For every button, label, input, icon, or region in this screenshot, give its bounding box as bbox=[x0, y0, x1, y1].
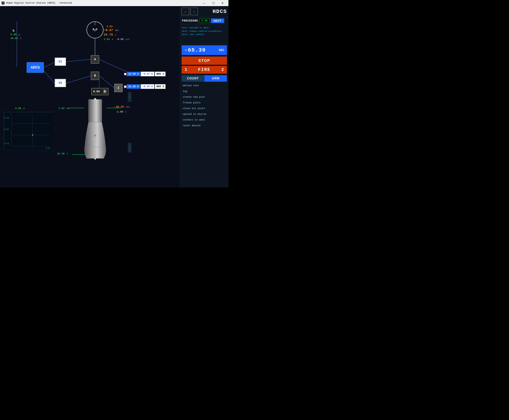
b-label: B bbox=[94, 74, 96, 77]
collapse-sidebar-button-2[interactable]: ‹ bbox=[128, 143, 131, 152]
titlebar: Human Digital Control Station [HDCS] - C… bbox=[0, 0, 228, 6]
main-container: ⇅ 0.00 S 34.00 C N2O 3.63 ↑ -0.37 MPA 24… bbox=[0, 6, 228, 188]
bus1-display: 12.28 V -0.37 A BUS 1 bbox=[124, 72, 166, 76]
i-label: I bbox=[117, 86, 119, 90]
a-component[interactable]: A bbox=[91, 55, 99, 64]
r-value: 0.00 bbox=[93, 90, 100, 93]
svg-line-2 bbox=[44, 71, 55, 83]
svg-point-19 bbox=[94, 98, 96, 100]
sensor-val2: -0.37 MPA bbox=[104, 29, 119, 32]
app-icon bbox=[1, 1, 5, 5]
u1-component[interactable]: U1 bbox=[55, 58, 66, 66]
u1-label: U1 bbox=[59, 60, 62, 63]
menu-create-new-plot[interactable]: create new plot bbox=[180, 94, 228, 100]
close-button[interactable]: ✕ bbox=[218, 0, 227, 6]
svg-text:0.15: 0.15 bbox=[4, 117, 9, 119]
menu-list: define test log create new plot freeze p… bbox=[180, 83, 228, 128]
b-component[interactable]: B bbox=[91, 72, 99, 80]
next-button[interactable]: NEXT bbox=[211, 18, 224, 23]
procedure-row: PROCEDURE 0.00 NEXT bbox=[180, 17, 228, 25]
sidebar: ⚠ ⚠ HDCS PROCEDURE 0.00 NEXT Note: Welco… bbox=[180, 6, 228, 188]
fire-row: 1 FIRE 2 bbox=[182, 66, 227, 74]
n2o-tank[interactable]: N2O bbox=[86, 21, 104, 38]
bottom-n-value: 0.88 N bbox=[15, 107, 25, 110]
notes-area: Note: Welcome to HDCS! Note: Always conf… bbox=[180, 25, 228, 44]
menu-freeze-plots[interactable]: freeze plots bbox=[180, 100, 228, 106]
note-3: Note: Test safely! bbox=[182, 33, 226, 36]
timer-unit: SEC bbox=[219, 49, 224, 52]
bus1-current: -0.37 A bbox=[141, 72, 155, 76]
bus2-label: BUS 2 bbox=[155, 84, 166, 89]
adcs-label: ADCS bbox=[31, 65, 40, 70]
fire-button[interactable]: FIRE bbox=[190, 66, 218, 74]
s-value: 0.00 S bbox=[10, 33, 20, 36]
svg-line-7 bbox=[99, 76, 114, 88]
r-component[interactable]: 0.00 R bbox=[91, 88, 108, 95]
svg-point-21 bbox=[94, 158, 96, 159]
timer-value: -65.39 bbox=[184, 47, 206, 53]
svg-line-4 bbox=[66, 76, 91, 83]
maximize-button[interactable]: ☐ bbox=[209, 0, 218, 6]
canvas-area: ⇅ 0.00 S 34.00 C N2O 3.63 ↑ -0.37 MPA 24… bbox=[0, 6, 180, 188]
bus1-connector-left bbox=[124, 73, 126, 75]
count-arm-row: COUNT ARM bbox=[182, 75, 227, 82]
procedure-label: PROCEDURE bbox=[182, 19, 198, 22]
bus1-voltage: 12.28 V bbox=[127, 72, 140, 76]
collapse-sidebar-button[interactable]: ‹ bbox=[128, 92, 131, 102]
flow-indicator: ⇅ bbox=[12, 28, 15, 33]
u2-component[interactable]: U2 bbox=[55, 79, 66, 87]
svg-text:0.31: 0.31 bbox=[4, 128, 9, 130]
svg-rect-22 bbox=[4, 112, 53, 150]
menu-define-test[interactable]: define test bbox=[180, 83, 228, 89]
hdcs-title: HDCS bbox=[213, 8, 227, 15]
sidebar-header: ⚠ ⚠ HDCS bbox=[180, 6, 228, 17]
bus2-current: -0.18 A bbox=[141, 84, 155, 89]
svg-point-28 bbox=[32, 135, 33, 135]
u2-label: U2 bbox=[59, 81, 62, 85]
svg-text:0.73: 0.73 bbox=[4, 142, 9, 145]
arm-button[interactable]: ARM bbox=[204, 75, 227, 82]
warning-icon-2[interactable]: ⚠ bbox=[190, 8, 198, 15]
svg-line-3 bbox=[66, 60, 91, 62]
warning-icon-1[interactable]: ⚠ bbox=[182, 8, 189, 15]
bottom-kpa-value: -10.10 KPA bbox=[114, 105, 130, 109]
rocket-nozzle bbox=[84, 98, 107, 162]
window-title: Human Digital Control Station [HDCS] - C… bbox=[6, 2, 198, 4]
svg-text:0.57: 0.57 bbox=[46, 147, 51, 150]
menu-log[interactable]: log bbox=[180, 89, 228, 94]
adcs-component[interactable]: ADCS bbox=[27, 62, 44, 73]
bottom-c-value: -1.00 C bbox=[116, 110, 127, 113]
window-controls: — ☐ ✕ bbox=[200, 0, 227, 6]
note-1: Note: Welcome to HDCS! bbox=[182, 26, 226, 30]
stop-button[interactable]: STOP bbox=[182, 57, 227, 65]
bottom-flow-value: 1.02 60 bbox=[59, 107, 69, 110]
menu-connect-to-adcs[interactable]: connect to adcs bbox=[180, 117, 228, 123]
svg-point-20 bbox=[94, 135, 96, 136]
sensor-val4: 2.64 G -0.69 G/S bbox=[104, 38, 129, 41]
r-label: R bbox=[103, 90, 107, 93]
plot-area: 0.15 0.31 0.73 0.57 bbox=[4, 112, 53, 150]
timer-display: -65.39 SEC bbox=[182, 45, 227, 55]
bottom-temp-value: 22.50 C bbox=[57, 152, 68, 155]
minimize-button[interactable]: — bbox=[200, 0, 209, 6]
n2o-label: N2O bbox=[93, 28, 97, 32]
bus2-connector-left bbox=[124, 85, 126, 88]
svg-rect-18 bbox=[89, 99, 102, 122]
fire-right-num[interactable]: 2 bbox=[218, 66, 227, 74]
menu-reset-device[interactable]: reset device bbox=[180, 123, 228, 128]
sensor-val3: 24.75 C bbox=[104, 33, 116, 37]
fire-left-num[interactable]: 1 bbox=[182, 66, 190, 74]
svg-line-1 bbox=[44, 62, 55, 68]
i-component[interactable]: I bbox=[114, 84, 123, 92]
bus2-display: 12.25 V -0.18 A BUS 2 bbox=[124, 84, 166, 89]
c-value: 34.00 C bbox=[10, 37, 21, 40]
a-label: A bbox=[94, 58, 96, 61]
procedure-value[interactable]: 0.00 bbox=[200, 19, 210, 23]
sensor-val1: 3.63 ↑ bbox=[107, 25, 116, 28]
menu-upload-to-micros[interactable]: upload to micros bbox=[180, 111, 228, 117]
bus2-voltage: 12.25 V bbox=[127, 84, 140, 89]
bus1-label: BUS 1 bbox=[155, 72, 166, 76]
menu-close-all-plots[interactable]: close all plots bbox=[180, 106, 228, 111]
count-button[interactable]: COUNT bbox=[182, 75, 204, 82]
note-2: Note: Always confirm procedures! bbox=[182, 30, 226, 33]
